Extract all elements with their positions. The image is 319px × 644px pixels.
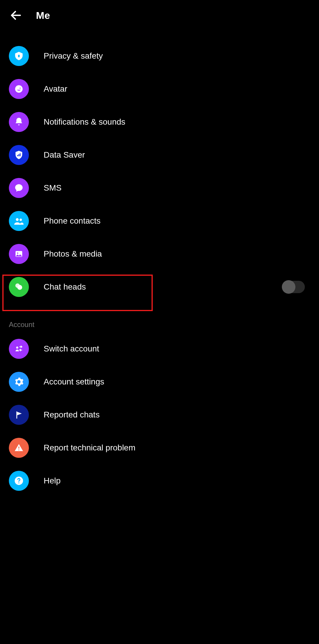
svg-rect-5 (17, 155, 18, 156)
item-notifications[interactable]: Notifications & sounds (0, 105, 319, 138)
item-label: Report technical problem (44, 443, 135, 453)
item-phone-contacts[interactable]: Phone contacts (0, 204, 319, 237)
flag-icon (9, 405, 29, 425)
svg-point-15 (18, 381, 20, 383)
svg-rect-6 (19, 154, 19, 156)
item-label: Switch account (44, 344, 99, 354)
item-account-settings[interactable]: Account settings (0, 365, 319, 398)
image-icon (9, 244, 29, 264)
privacy-icon (9, 46, 29, 66)
settings-list: Privacy & safety Avatar Notifications & … (0, 31, 319, 497)
toggle-knob (282, 280, 295, 294)
item-data-saver[interactable]: Data Saver (0, 138, 319, 171)
item-help[interactable]: Help (0, 464, 319, 497)
gear-icon (9, 372, 29, 392)
item-sms[interactable]: SMS (0, 171, 319, 204)
chat-heads-icon (9, 277, 29, 297)
item-label: Avatar (44, 84, 67, 94)
item-reported-chats[interactable]: Reported chats (0, 398, 319, 431)
svg-point-3 (15, 85, 23, 93)
svg-rect-17 (19, 447, 19, 449)
svg-rect-16 (17, 412, 17, 419)
item-label: Data Saver (44, 150, 85, 160)
item-label: Privacy & safety (44, 51, 103, 61)
header: Me (0, 0, 319, 31)
item-label: Phone contacts (44, 216, 101, 226)
svg-point-14 (16, 346, 18, 349)
warning-icon (9, 438, 29, 458)
item-label: Account settings (44, 377, 104, 387)
svg-point-11 (17, 252, 18, 254)
back-arrow-icon (9, 9, 22, 22)
item-label: SMS (44, 183, 62, 193)
svg-point-4 (20, 87, 21, 88)
switch-account-icon (9, 339, 29, 359)
svg-point-20 (18, 482, 19, 483)
contacts-icon (9, 211, 29, 231)
item-report-problem[interactable]: Report technical problem (0, 431, 319, 464)
item-privacy-safety[interactable]: Privacy & safety (0, 39, 319, 72)
item-label: Help (44, 476, 61, 486)
shield-data-icon (9, 145, 29, 165)
item-label: Reported chats (44, 410, 100, 420)
item-photos-media[interactable]: Photos & media (0, 237, 319, 270)
chat-bubble-icon (9, 178, 29, 198)
avatar-icon (9, 79, 29, 99)
page-title: Me (36, 10, 50, 21)
svg-point-9 (19, 219, 22, 221)
svg-rect-7 (20, 153, 21, 156)
svg-point-13 (17, 285, 22, 290)
item-label: Notifications & sounds (44, 117, 125, 127)
svg-rect-2 (18, 56, 19, 57)
item-switch-account[interactable]: Switch account (0, 332, 319, 365)
item-label: Photos & media (44, 249, 102, 259)
svg-point-8 (16, 218, 19, 221)
svg-rect-18 (19, 450, 19, 450)
help-icon (9, 471, 29, 491)
chat-heads-toggle[interactable] (282, 281, 305, 293)
back-button[interactable] (9, 8, 23, 22)
item-chat-heads[interactable]: Chat heads (0, 270, 319, 303)
section-account-label: Account (0, 303, 319, 332)
bell-icon (9, 112, 29, 132)
item-label: Chat heads (44, 282, 86, 292)
item-avatar[interactable]: Avatar (0, 72, 319, 105)
